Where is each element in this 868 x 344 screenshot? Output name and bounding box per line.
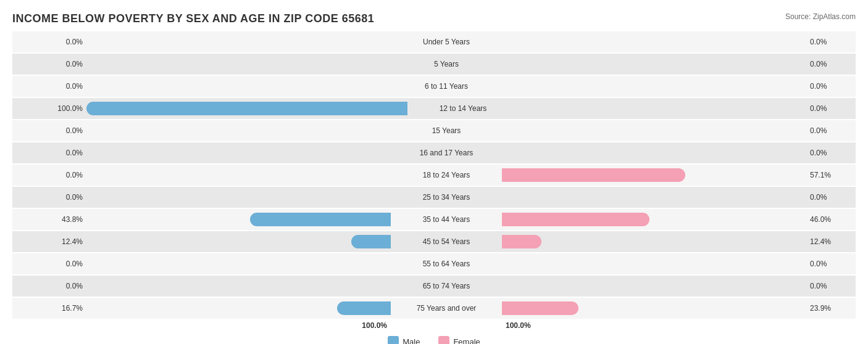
right-value-label: 0.0% <box>806 282 856 290</box>
bar-row: 100.0% 12 to 14 Years 0.0% <box>12 98 856 119</box>
left-bar-container <box>86 57 391 71</box>
left-bar-container <box>86 190 391 204</box>
left-value-label: 0.0% <box>12 260 86 268</box>
legend-male-label: Male <box>403 337 420 345</box>
male-bar <box>86 102 407 115</box>
center-label: 15 Years <box>391 126 502 135</box>
right-bar-container <box>502 57 806 71</box>
center-label: Under 5 Years <box>391 38 502 46</box>
left-bar-container <box>86 213 391 226</box>
left-bar-container <box>86 80 391 93</box>
male-bar <box>250 213 391 226</box>
bottom-right-label: 100.0% <box>506 321 531 330</box>
right-value-label: 0.0% <box>806 38 856 46</box>
female-bar <box>502 235 541 248</box>
right-value-label: 0.0% <box>806 126 856 135</box>
right-value-label: 23.9% <box>806 304 856 313</box>
bar-row: 0.0% 6 to 11 Years 0.0% <box>12 76 856 97</box>
female-color-box <box>438 336 449 344</box>
right-value-label: 46.0% <box>806 215 856 224</box>
right-bar-container <box>519 102 806 115</box>
right-bar-container <box>502 257 806 271</box>
male-bar <box>351 235 391 248</box>
bar-row: 0.0% 25 to 34 Years 0.0% <box>12 187 856 208</box>
left-bar-container <box>86 279 391 293</box>
bottom-left-label: 100.0% <box>362 321 387 330</box>
center-label: 75 Years and over <box>391 304 502 313</box>
center-label: 18 to 24 Years <box>391 171 502 179</box>
chart-area: 0.0% Under 5 Years 0.0% 0.0% 5 Years 0.0… <box>12 31 856 319</box>
legend: Male Female <box>12 336 856 344</box>
bar-row: 12.4% 45 to 54 Years 12.4% <box>12 231 856 252</box>
female-bar <box>502 213 649 226</box>
legend-female-label: Female <box>453 337 480 345</box>
right-value-label: 0.0% <box>806 260 856 268</box>
center-label: 65 to 74 Years <box>391 282 502 290</box>
left-bar-container <box>86 124 391 137</box>
left-value-label: 0.0% <box>12 82 86 91</box>
male-bar <box>337 301 391 315</box>
right-bar-container <box>502 168 806 182</box>
right-bar-container <box>502 146 806 160</box>
center-label: 35 to 44 Years <box>391 215 502 224</box>
center-label: 12 to 14 Years <box>407 104 519 113</box>
center-label: 5 Years <box>391 60 502 68</box>
right-bar-container <box>502 213 806 226</box>
right-bar-container <box>502 35 806 49</box>
female-bar <box>502 301 578 315</box>
bar-row: 43.8% 35 to 44 Years 46.0% <box>12 209 856 230</box>
center-label: 45 to 54 Years <box>391 237 502 246</box>
left-bar-container <box>86 257 391 271</box>
female-bar <box>502 168 685 182</box>
bar-row: 16.7% 75 Years and over 23.9% <box>12 298 856 319</box>
right-value-label: 0.0% <box>806 149 856 157</box>
left-value-label: 12.4% <box>12 237 86 246</box>
right-bar-container <box>502 235 806 248</box>
center-label: 55 to 64 Years <box>391 260 502 268</box>
left-value-label: 100.0% <box>12 104 86 113</box>
left-value-label: 16.7% <box>12 304 86 313</box>
left-bar-container <box>86 301 391 315</box>
left-bar-container <box>86 146 391 160</box>
source-text: Source: ZipAtlas.com <box>785 12 856 21</box>
left-bar-container <box>86 235 391 248</box>
left-value-label: 0.0% <box>12 149 86 157</box>
right-bar-container <box>502 301 806 315</box>
legend-female: Female <box>438 336 480 344</box>
chart-container: INCOME BELOW POVERTY BY SEX AND AGE IN Z… <box>0 0 868 344</box>
right-bar-container <box>502 279 806 293</box>
bar-row: 0.0% 16 and 17 Years 0.0% <box>12 142 856 163</box>
legend-male: Male <box>388 336 420 344</box>
left-value-label: 0.0% <box>12 193 86 202</box>
right-bar-container <box>502 190 806 204</box>
right-bar-container <box>502 80 806 93</box>
bottom-row: 100.0% 100.0% <box>12 321 856 330</box>
bar-row: 0.0% 5 Years 0.0% <box>12 54 856 75</box>
left-bar-container <box>86 102 407 115</box>
bar-row: 0.0% 15 Years 0.0% <box>12 120 856 141</box>
center-label: 25 to 34 Years <box>391 193 502 202</box>
left-value-label: 0.0% <box>12 282 86 290</box>
male-color-box <box>388 336 399 344</box>
right-value-label: 12.4% <box>806 237 856 246</box>
right-value-label: 0.0% <box>806 82 856 91</box>
left-bar-container <box>86 168 391 182</box>
bar-row: 0.0% Under 5 Years 0.0% <box>12 31 856 52</box>
right-value-label: 0.0% <box>806 60 856 68</box>
left-value-label: 0.0% <box>12 38 86 46</box>
bar-row: 0.0% 65 to 74 Years 0.0% <box>12 276 856 297</box>
chart-title: INCOME BELOW POVERTY BY SEX AND AGE IN Z… <box>12 12 856 25</box>
left-bar-container <box>86 35 391 49</box>
right-value-label: 0.0% <box>806 104 856 113</box>
right-value-label: 57.1% <box>806 171 856 179</box>
right-bar-container <box>502 124 806 137</box>
bar-row: 0.0% 55 to 64 Years 0.0% <box>12 253 856 274</box>
center-label: 16 and 17 Years <box>391 149 502 157</box>
right-value-label: 0.0% <box>806 193 856 202</box>
left-value-label: 0.0% <box>12 171 86 179</box>
left-value-label: 0.0% <box>12 126 86 135</box>
left-value-label: 0.0% <box>12 60 86 68</box>
bar-row: 0.0% 18 to 24 Years 57.1% <box>12 165 856 186</box>
left-value-label: 43.8% <box>12 215 86 224</box>
center-label: 6 to 11 Years <box>391 82 502 91</box>
